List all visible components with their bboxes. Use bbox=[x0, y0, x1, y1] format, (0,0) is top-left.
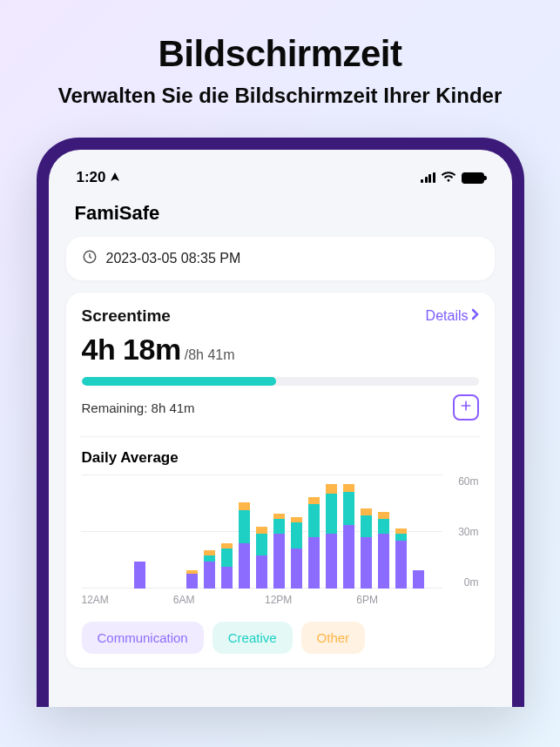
x-tick: 12AM bbox=[82, 594, 167, 606]
status-bar: 1:20 bbox=[66, 165, 495, 199]
chart-bar bbox=[395, 479, 407, 589]
legend-creative[interactable]: Creative bbox=[213, 622, 293, 654]
progress-bar bbox=[82, 377, 479, 386]
chart-bar bbox=[99, 479, 111, 589]
details-label: Details bbox=[426, 308, 469, 324]
clock-icon bbox=[82, 249, 98, 268]
legend-communication[interactable]: Communication bbox=[82, 622, 204, 654]
x-tick: 12PM bbox=[265, 594, 350, 606]
timestamp-card[interactable]: 2023-03-05 08:35 PM bbox=[66, 237, 495, 280]
chart-bar bbox=[169, 479, 180, 589]
chart-bar bbox=[152, 479, 163, 589]
tablet-frame: 1:20 FamiSafe 2023-03-05 08:35 PM bbox=[37, 138, 524, 707]
adjust-button[interactable] bbox=[453, 394, 479, 421]
chart-bar bbox=[186, 479, 198, 589]
hero-title: Bildschirmzeit bbox=[0, 33, 560, 75]
usage-row: 4h 18m /8h 41m bbox=[82, 333, 479, 367]
chart-bar bbox=[308, 479, 320, 589]
chart-x-axis: 12AM 6AM 12PM 6PM bbox=[82, 594, 479, 606]
chart-bar bbox=[413, 479, 424, 589]
chart-bar bbox=[273, 479, 285, 589]
location-icon bbox=[110, 169, 120, 186]
chart-bar bbox=[256, 479, 267, 589]
time-used: 4h 18m bbox=[82, 333, 181, 367]
status-time-group: 1:20 bbox=[77, 169, 120, 186]
status-time: 1:20 bbox=[77, 169, 106, 186]
x-tick: 6PM bbox=[356, 594, 442, 606]
progress-fill bbox=[82, 377, 276, 386]
tablet-screen: 1:20 FamiSafe 2023-03-05 08:35 PM bbox=[49, 150, 512, 707]
timestamp-text: 2023-03-05 08:35 PM bbox=[106, 251, 241, 266]
hero-subtitle: Verwalten Sie die Bildschirmzeit Ihrer K… bbox=[0, 84, 560, 108]
details-link[interactable]: Details bbox=[426, 308, 479, 324]
chart-y-axis: 60m 30m 0m bbox=[449, 475, 479, 589]
chevron-right-icon bbox=[470, 308, 479, 324]
adjust-icon bbox=[459, 399, 473, 416]
hero: Bildschirmzeit Verwalten Sie die Bildsch… bbox=[0, 0, 560, 108]
chart-bar bbox=[326, 479, 337, 589]
chart-bar bbox=[361, 479, 372, 589]
card-divider bbox=[80, 436, 481, 437]
x-tick: 6AM bbox=[173, 594, 259, 606]
y-tick: 60m bbox=[449, 475, 479, 488]
chart-bar bbox=[204, 479, 215, 589]
chart-bar bbox=[378, 479, 389, 589]
chart-bar bbox=[221, 479, 233, 589]
chart-bar bbox=[117, 479, 128, 589]
wifi-icon bbox=[441, 170, 456, 185]
daily-average-title: Daily Average bbox=[82, 449, 479, 467]
chart-bar bbox=[291, 479, 302, 589]
daily-average-chart: 60m 30m 0m bbox=[82, 475, 479, 589]
screentime-title: Screentime bbox=[82, 306, 171, 326]
legend-row: Communication Creative Other bbox=[82, 622, 479, 654]
battery-icon bbox=[462, 172, 484, 184]
signal-icon bbox=[421, 172, 435, 183]
chart-bar bbox=[239, 479, 250, 589]
legend-other[interactable]: Other bbox=[301, 622, 366, 654]
time-limit: /8h 41m bbox=[185, 347, 235, 363]
status-right bbox=[421, 170, 484, 185]
app-title: FamiSafe bbox=[66, 199, 495, 237]
chart-bar bbox=[134, 479, 145, 589]
chart-bar bbox=[82, 479, 93, 589]
y-tick: 30m bbox=[449, 526, 479, 538]
screentime-card: Screentime Details 4h 18m /8h 41m Remain… bbox=[66, 293, 495, 668]
y-tick: 0m bbox=[449, 576, 479, 589]
chart-bar bbox=[343, 479, 354, 589]
remaining-label: Remaining: 8h 41m bbox=[82, 400, 195, 415]
